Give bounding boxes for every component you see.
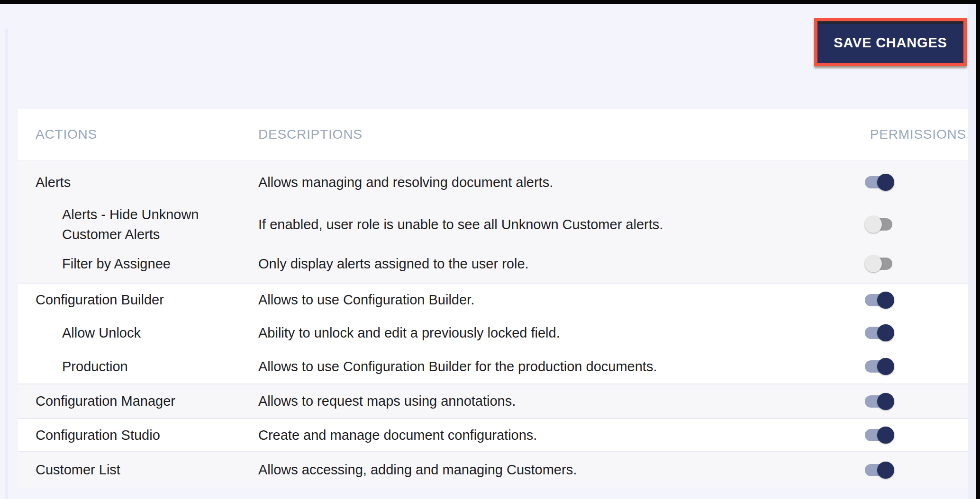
right-scrollbar-strip[interactable] <box>968 4 976 499</box>
save-changes-button[interactable]: SAVE CHANGES <box>814 18 967 66</box>
column-header-descriptions: DESCRIPTIONS <box>258 127 850 142</box>
toggle-knob <box>877 292 894 309</box>
permission-toggle[interactable] <box>865 462 894 479</box>
action-label: Configuration Manager <box>36 391 258 411</box>
permission-toggle[interactable] <box>865 255 894 272</box>
description-label: Ability to unlock and edit a previously … <box>258 323 850 343</box>
save-changes-label: SAVE CHANGES <box>834 34 947 51</box>
toggle-knob <box>865 255 882 272</box>
action-label: Alerts <box>36 172 258 192</box>
table-row: Customer List Allows accessing, adding a… <box>18 451 968 488</box>
table-row: Alerts - Hide Unknown Customer Alerts If… <box>18 204 968 245</box>
action-label: Configuration Studio <box>36 425 258 445</box>
permission-toggle[interactable] <box>865 324 894 341</box>
description-label: If enabled, user role is unable to see a… <box>258 214 850 234</box>
table-row: Configuration Builder Allows to use Conf… <box>18 283 968 316</box>
toggle-knob <box>877 393 894 410</box>
action-label: Customer List <box>36 460 258 480</box>
permissions-table-body: Alerts Allows managing and resolving doc… <box>18 160 968 488</box>
description-label: Allows to request maps using annotations… <box>258 391 850 411</box>
table-row: Alerts Allows managing and resolving doc… <box>18 160 968 204</box>
permission-toggle[interactable] <box>865 427 894 444</box>
permission-toggle[interactable] <box>865 216 894 233</box>
action-label: Configuration Builder <box>36 290 258 310</box>
table-header: ACTIONS DESCRIPTIONS PERMISSIONS <box>18 109 968 160</box>
description-label: Allows accessing, adding and managing Cu… <box>258 460 850 480</box>
description-label: Create and manage document configuration… <box>258 425 850 445</box>
action-label: Allow Unlock <box>36 323 258 343</box>
toggle-knob <box>877 427 894 444</box>
toggle-knob <box>877 462 894 479</box>
table-row: Configuration Manager Allows to request … <box>18 383 968 418</box>
description-label: Allows to use Configuration Builder. <box>258 290 850 310</box>
permission-toggle[interactable] <box>865 358 894 375</box>
table-row: Filter by Assignee Only display alerts a… <box>18 245 968 283</box>
column-header-permissions: PERMISSIONS <box>850 127 968 142</box>
left-scrollbar-strip[interactable] <box>5 28 8 499</box>
screenshot-frame-top <box>0 0 980 4</box>
screenshot-frame-right <box>976 4 980 499</box>
description-label: Allows to use Configuration Builder for … <box>258 356 850 376</box>
permission-toggle[interactable] <box>865 292 894 309</box>
action-label: Alerts - Hide Unknown Customer Alerts <box>36 205 258 244</box>
toggle-knob <box>877 174 894 191</box>
table-row: Allow Unlock Ability to unlock and edit … <box>18 316 968 349</box>
permissions-table: ACTIONS DESCRIPTIONS PERMISSIONS Alerts … <box>18 109 968 488</box>
table-row: Configuration Studio Create and manage d… <box>18 418 968 451</box>
toggle-knob <box>877 358 894 375</box>
action-label: Filter by Assignee <box>36 254 258 274</box>
table-row: Production Allows to use Configuration B… <box>18 349 968 383</box>
toggle-knob <box>865 216 882 233</box>
toggle-knob <box>877 324 894 341</box>
permission-toggle[interactable] <box>865 393 894 410</box>
action-label: Production <box>36 356 258 376</box>
column-header-actions: ACTIONS <box>36 127 258 142</box>
description-label: Allows managing and resolving document a… <box>258 172 850 192</box>
permission-toggle[interactable] <box>865 174 894 191</box>
description-label: Only display alerts assigned to the user… <box>258 254 850 274</box>
